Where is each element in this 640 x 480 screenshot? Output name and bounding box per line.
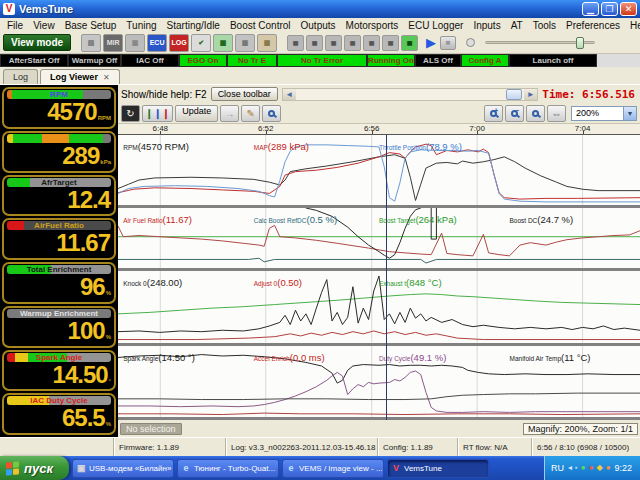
view-mode-button[interactable]: View mode <box>3 34 71 51</box>
update-button[interactable]: Update <box>175 105 218 122</box>
zoom-fit-icon[interactable]: ⇔ <box>547 105 566 122</box>
time-cursor[interactable] <box>386 135 387 420</box>
log-icon[interactable]: LOG <box>169 34 189 52</box>
slider-thumb-handle[interactable] <box>576 37 584 49</box>
stop-icon[interactable]: ■ <box>440 36 456 50</box>
validate-icon[interactable]: ✔ <box>191 34 211 52</box>
usb-icon: ▣ <box>76 463 86 473</box>
taskbar-item-vems[interactable]: VVemsTune <box>387 459 489 478</box>
ecu-icon[interactable]: ECU <box>147 34 167 52</box>
menu-starting-idle[interactable]: Starting/Idle <box>162 20 225 31</box>
indicator-config-a[interactable]: Config A <box>461 54 509 67</box>
indicator-afterstart-off[interactable]: AfterStart Off <box>0 54 68 67</box>
menu-inputs[interactable]: Inputs <box>468 20 505 31</box>
trace-label-spark-angle: Spark Angle(14.50 °) <box>123 347 195 365</box>
indicator-als-off[interactable]: ALS Off <box>415 54 461 67</box>
gauge-airfuel-ratio: AirFuel Ratio11.67 <box>2 218 116 260</box>
antivirus-icon[interactable]: ● <box>581 464 586 472</box>
scrollbar-thumb[interactable] <box>506 89 522 100</box>
task-items: ▣USB-модем «Билайн»eТюнинг - Turbo-Quat.… <box>69 459 489 478</box>
play-icon[interactable]: ▶ <box>426 35 436 50</box>
volume-icon[interactable]: ◆ <box>596 464 602 472</box>
speed-toggle[interactable] <box>466 38 475 47</box>
trace-label-duty-cycle: Duty Cycle(49.1 %) <box>379 347 446 365</box>
zoom-reset-icon[interactable] <box>526 105 545 122</box>
gauge-rpm: RPM4570RPM <box>2 87 116 129</box>
start-button[interactable]: пуск <box>0 456 69 480</box>
scroll-right-icon[interactable]: ► <box>524 89 537 100</box>
menu-boost-control[interactable]: Boost Control <box>225 20 296 31</box>
indicator-no-tr-e[interactable]: No Tr E <box>227 54 277 67</box>
config-icon[interactable]: ▤ <box>81 34 101 52</box>
time-ruler[interactable]: 6:486:526:567:007:04 <box>118 123 640 134</box>
menu-tools[interactable]: Tools <box>528 20 561 31</box>
maximize-button[interactable]: ❐ <box>601 2 618 16</box>
menu-file[interactable]: File <box>2 20 28 31</box>
language-indicator[interactable]: RU <box>551 463 564 473</box>
indicator-iac-off[interactable]: IAC Off <box>121 54 179 67</box>
menu-ecu-logger[interactable]: ECU Logger <box>403 20 468 31</box>
annotate-icon[interactable]: ✎ <box>241 105 260 122</box>
menu-at[interactable]: AT <box>506 20 528 31</box>
indicator-ego-on[interactable]: EGO On <box>179 54 227 67</box>
tab-log-viewer[interactable]: Log Viewer✕ <box>40 69 120 84</box>
menu-view[interactable]: View <box>28 20 60 31</box>
scroll-left-icon[interactable]: ◄ <box>283 89 296 100</box>
menu-tuning[interactable]: Tuning <box>121 20 161 31</box>
refresh-icon[interactable]: ↻ <box>121 105 140 122</box>
taskbar-item-ie[interactable]: eТюнинг - Turbo-Quat... <box>177 459 279 478</box>
mlr-icon[interactable]: MlR <box>103 34 123 52</box>
time-scrollbar[interactable]: ◄ ► <box>282 88 539 101</box>
time-readout: Time: 6:56.516 <box>542 88 637 101</box>
hide-icons-icon[interactable]: ◂ <box>568 464 572 472</box>
matrix-4-icon[interactable]: ▦ <box>344 35 361 51</box>
trace-label-adjust-0: Adjust 0(0.50) <box>254 272 302 290</box>
indicator-launch-off[interactable]: Launch off <box>509 54 597 67</box>
zoom-level-select[interactable]: 200% ▼ <box>571 106 637 121</box>
chart-panels[interactable]: RPM(4570 RPM)MAP(289 kPa)Throttle Positi… <box>118 134 640 420</box>
close-toolbar-button[interactable]: Close toolbar <box>211 87 278 101</box>
close-button[interactable]: ✕ <box>620 2 637 16</box>
menu-motorsports[interactable]: Motorsports <box>341 20 404 31</box>
table-green-icon[interactable]: ▦ <box>213 34 233 52</box>
taskbar-item-usb[interactable]: ▣USB-модем «Билайн» <box>72 459 174 478</box>
gauge-layout-icon[interactable]: ▦ <box>401 35 418 51</box>
menu-preferences[interactable]: Preferences <box>561 20 625 31</box>
search-icon[interactable] <box>262 105 281 122</box>
zoom-out-icon[interactable]: − <box>505 105 524 122</box>
matrix-3-icon[interactable]: ▦ <box>325 35 342 51</box>
indicator-no-tr-error[interactable]: No Tr Error <box>277 54 367 67</box>
gauge-value: 96% <box>7 274 111 304</box>
playback-slider[interactable] <box>485 41 595 44</box>
tab-log[interactable]: Log <box>3 69 38 84</box>
menu-base-setup[interactable]: Base Setup <box>60 20 122 31</box>
gauge-value: 100% <box>7 318 111 348</box>
alert-icon[interactable]: ● <box>589 464 594 472</box>
legend-colors-icon[interactable]: ❙❙❙ <box>142 105 173 122</box>
export-icon[interactable]: → <box>220 105 239 122</box>
matrix-6-icon[interactable]: ▦ <box>382 35 399 51</box>
menu-outputs[interactable]: Outputs <box>296 20 341 31</box>
indicator-running-on[interactable]: Running On <box>367 54 415 67</box>
taskbar-item-ie[interactable]: eVEMS / Image view - ... <box>282 459 384 478</box>
network-icon[interactable]: ▪ <box>575 464 578 472</box>
matrix-1-icon[interactable]: ▦ <box>287 35 304 51</box>
chevron-down-icon[interactable]: ▼ <box>623 107 636 120</box>
chart-panel-1[interactable]: RPM(4570 RPM)MAP(289 kPa)Throttle Positi… <box>118 135 640 208</box>
zoom-in-icon[interactable]: + <box>484 105 503 122</box>
table-tan-icon[interactable]: ▦ <box>257 34 277 52</box>
minimize-button[interactable]: ▁ <box>582 2 599 16</box>
matrix-5-icon[interactable]: ▦ <box>363 35 380 51</box>
table-gray-icon[interactable]: ▦ <box>235 34 255 52</box>
detect-icon[interactable]: ▦ <box>125 34 145 52</box>
tab-close-icon[interactable]: ✕ <box>103 73 110 82</box>
gauge-title: IAC Duty Cycle <box>7 396 111 405</box>
chart-panel-4[interactable]: Spark Angle(14.50 °)Accel Enrich(0.0 ms)… <box>118 346 640 420</box>
messenger-icon[interactable]: ● <box>606 464 611 472</box>
chart-panel-3[interactable]: Knock 0(248.00)Adjust 0(0.50)Exhaust t(8… <box>118 271 640 345</box>
chart-panel-2[interactable]: Air Fuel Ratio(11.67)Calc Boost RefDC(0.… <box>118 208 640 271</box>
gauge-panel: RPM4570RPMMAP289kPaAfrTarget12.4AirFuel … <box>0 85 118 437</box>
menu-help[interactable]: Help <box>625 20 640 31</box>
matrix-2-icon[interactable]: ▦ <box>306 35 323 51</box>
indicator-warmup-off[interactable]: Warmup Off <box>68 54 121 67</box>
